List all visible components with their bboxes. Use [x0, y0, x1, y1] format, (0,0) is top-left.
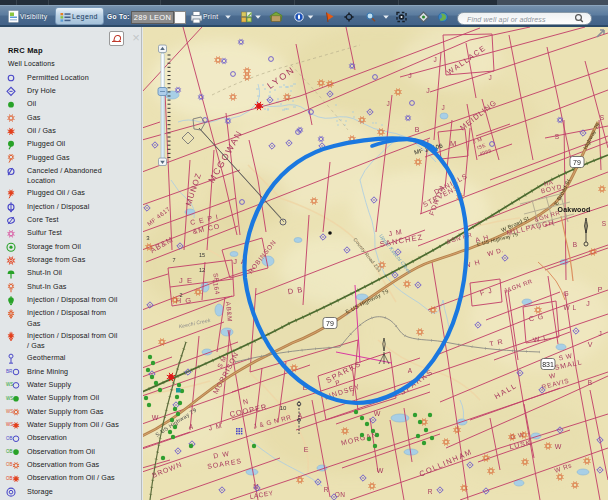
svg-text:P: P [598, 286, 603, 293]
svg-text:W: W [374, 410, 381, 417]
svg-text:S: S [600, 114, 605, 121]
svg-text:OB: OB [6, 462, 13, 467]
svg-text:J: J [408, 72, 412, 79]
svg-text:B: B [573, 241, 577, 248]
svg-text:E: E [304, 446, 309, 453]
svg-text:15: 15 [199, 252, 205, 258]
svg-text:J: J [488, 74, 491, 81]
svg-text:10: 10 [280, 405, 287, 411]
svg-text:M: M [450, 139, 456, 148]
svg-text:79: 79 [326, 320, 334, 327]
svg-text:G: G [563, 290, 568, 297]
svg-text:W: W [555, 443, 562, 450]
svg-text:ON: ON [335, 491, 346, 498]
svg-text:R: R [324, 486, 329, 493]
svg-text:Oakwood: Oakwood [558, 206, 591, 213]
svg-text:R: R [428, 488, 433, 495]
svg-text:WS: WS [6, 396, 13, 401]
svg-text:B: B [588, 379, 592, 386]
svg-text:A: A [298, 412, 303, 419]
svg-text:WS: WS [6, 422, 13, 427]
svg-text:OB: OB [6, 436, 13, 441]
svg-text:BR: BR [6, 369, 13, 374]
svg-text:79: 79 [573, 159, 581, 166]
svg-text:J: J [441, 104, 444, 111]
svg-text:831: 831 [542, 361, 554, 368]
svg-text:S: S [555, 133, 560, 140]
svg-text:H G: H G [176, 296, 192, 305]
svg-text:W: W [377, 467, 384, 474]
svg-text:W: W [152, 414, 159, 421]
svg-text:2: 2 [179, 292, 182, 298]
svg-text:J: J [586, 300, 590, 307]
svg-text:J: J [386, 100, 389, 107]
svg-text:J: J [598, 330, 601, 337]
svg-text:OB: OB [6, 476, 13, 481]
svg-text:B: B [415, 126, 420, 133]
svg-text:12: 12 [199, 267, 205, 273]
svg-text:A: A [189, 423, 194, 430]
svg-text:WS: WS [6, 382, 13, 387]
svg-text:J: J [433, 56, 436, 63]
svg-text:J: J [426, 87, 430, 94]
svg-text:A: A [408, 367, 413, 374]
svg-text:W L: W L [563, 304, 576, 311]
svg-text:V: V [588, 341, 593, 348]
svg-text:7: 7 [172, 257, 175, 263]
svg-text:S: S [602, 220, 607, 227]
svg-text:M: M [253, 483, 258, 490]
svg-text:J E: J E [179, 276, 193, 285]
svg-text:OB: OB [6, 449, 13, 454]
svg-text:WS: WS [6, 409, 13, 414]
